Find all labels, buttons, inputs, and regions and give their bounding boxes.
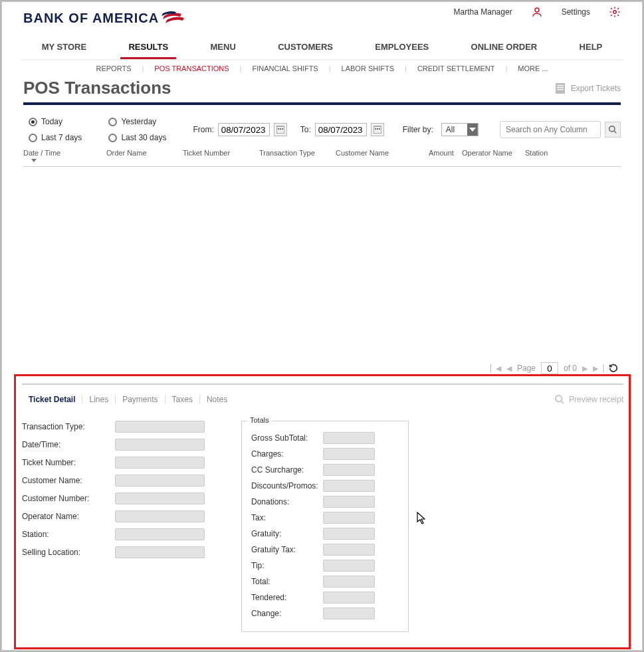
nav-menu[interactable]: MENU bbox=[203, 37, 244, 59]
from-date-input[interactable] bbox=[218, 123, 270, 136]
tab-ticket-detail[interactable]: Ticket Detail bbox=[22, 395, 82, 404]
refresh-icon[interactable] bbox=[609, 364, 618, 373]
col-order-name[interactable]: Order Name bbox=[106, 149, 183, 162]
totals-value bbox=[323, 432, 375, 444]
tab-taxes[interactable]: Taxes bbox=[165, 395, 200, 404]
svg-point-15 bbox=[556, 395, 562, 401]
svg-rect-6 bbox=[276, 126, 284, 134]
gear-icon[interactable] bbox=[609, 6, 621, 18]
totals-label: Tax: bbox=[251, 513, 323, 522]
from-label: From: bbox=[193, 125, 213, 134]
totals-value bbox=[323, 464, 375, 476]
field-row: Customer Number: bbox=[22, 492, 221, 504]
totals-box: Totals Gross SubTotal:Charges:CC Surchar… bbox=[241, 421, 409, 632]
calendar-icon bbox=[374, 126, 381, 134]
to-label: To: bbox=[300, 125, 311, 134]
col-operator-name[interactable]: Operator Name bbox=[462, 149, 525, 162]
nav-secondary: REPORTS|POS TRANSACTIONS|FINANCIAL SHIFT… bbox=[2, 60, 642, 75]
svg-rect-11 bbox=[375, 128, 376, 130]
to-date-input[interactable] bbox=[315, 123, 367, 136]
totals-label: Tendered: bbox=[251, 593, 323, 602]
col-customer-name[interactable]: Customer Name bbox=[336, 149, 429, 162]
field-label: Operator Name: bbox=[22, 512, 115, 521]
totals-row: Tendered: bbox=[251, 592, 399, 603]
chevron-down-icon bbox=[469, 128, 476, 132]
field-label: Selling Location: bbox=[22, 548, 115, 557]
pager-prev-icon[interactable]: ◀ bbox=[506, 364, 512, 373]
settings-link[interactable]: Settings bbox=[562, 7, 590, 17]
field-row: Station: bbox=[22, 528, 221, 540]
nav-customers[interactable]: CUSTOMERS bbox=[270, 37, 341, 59]
pager-page-input[interactable] bbox=[541, 362, 558, 374]
totals-label: Gratuity Tax: bbox=[251, 545, 323, 554]
export-tickets-button[interactable]: Export Tickets bbox=[555, 82, 621, 94]
tab-lines[interactable]: Lines bbox=[82, 395, 116, 404]
col-transaction-type[interactable]: Transaction Type bbox=[259, 149, 336, 162]
nav-primary: MY STORERESULTSMENUCUSTOMERSEMPLOYEESONL… bbox=[21, 37, 623, 60]
subnav-financial-shifts[interactable]: FINANCIAL SHIFTS bbox=[252, 64, 318, 72]
filter-value: All bbox=[446, 125, 455, 134]
totals-row: Gratuity Tax: bbox=[251, 544, 399, 556]
col-ticket-number[interactable]: Ticket Number bbox=[183, 149, 259, 162]
col-station[interactable]: Station bbox=[525, 149, 565, 162]
field-value bbox=[115, 457, 205, 469]
radio-icon bbox=[108, 118, 117, 126]
totals-row: Discounts/Promos: bbox=[251, 480, 399, 492]
preview-receipt-button[interactable]: Preview receipt bbox=[554, 394, 623, 405]
radio-yesterday[interactable]: Yesterday bbox=[108, 117, 166, 126]
totals-value bbox=[323, 592, 375, 603]
nav-employees[interactable]: EMPLOYEES bbox=[367, 37, 437, 59]
totals-value bbox=[323, 512, 375, 524]
subnav-credit-settlement[interactable]: CREDIT SETTLEMENT bbox=[417, 64, 495, 72]
nav-help[interactable]: HELP bbox=[572, 37, 611, 59]
search-icon bbox=[554, 394, 565, 405]
pager-last-icon[interactable]: ▶▕ bbox=[593, 364, 603, 373]
radio-last7[interactable]: Last 7 days bbox=[29, 133, 82, 142]
field-row: Date/Time: bbox=[22, 439, 221, 451]
totals-value bbox=[323, 448, 375, 460]
subnav-reports[interactable]: REPORTS bbox=[96, 64, 132, 72]
subnav-pos-transactions[interactable]: POS TRANSACTIONS bbox=[154, 64, 229, 72]
totals-label: Gross SubTotal: bbox=[251, 433, 323, 443]
field-label: Station: bbox=[22, 530, 115, 539]
tab-payments[interactable]: Payments bbox=[116, 395, 165, 404]
pager-first-icon[interactable]: ▏◀ bbox=[490, 364, 501, 373]
totals-value bbox=[323, 528, 375, 540]
field-row: Transaction Type: bbox=[22, 421, 221, 433]
tab-notes[interactable]: Notes bbox=[200, 395, 234, 404]
totals-label: Gratuity: bbox=[251, 529, 323, 538]
subnav-labor-shifts[interactable]: LABOR SHIFTS bbox=[342, 64, 394, 72]
search-input[interactable] bbox=[500, 121, 601, 138]
col-amount[interactable]: Amount bbox=[429, 149, 462, 162]
field-row: Customer Name: bbox=[22, 475, 221, 487]
table-header: Date / TimeOrder NameTicket NumberTransa… bbox=[23, 149, 621, 167]
field-value bbox=[115, 421, 205, 433]
subnav-more-[interactable]: MORE ... bbox=[518, 64, 548, 72]
field-label: Customer Number: bbox=[22, 494, 115, 503]
pager-next-icon[interactable]: ▶ bbox=[582, 364, 588, 373]
totals-label: CC Surcharge: bbox=[251, 465, 323, 475]
totals-label: Tip: bbox=[251, 561, 323, 570]
totals-row: Tax: bbox=[251, 512, 399, 524]
filter-select[interactable]: All bbox=[441, 123, 479, 136]
radio-today[interactable]: Today bbox=[29, 117, 82, 126]
brand-logo: BANK OF AMERICA bbox=[23, 10, 189, 26]
field-label: Date/Time: bbox=[22, 440, 115, 449]
pager: ▏◀ ◀ Page of 0 ▶ ▶▕ bbox=[490, 362, 618, 374]
current-user: Martha Manager bbox=[454, 7, 512, 17]
totals-row: Total: bbox=[251, 576, 399, 588]
export-icon bbox=[555, 82, 566, 94]
field-value bbox=[115, 439, 205, 451]
filter-by-label: Filter by: bbox=[403, 125, 433, 134]
nav-online-order[interactable]: ONLINE ORDER bbox=[463, 37, 546, 59]
export-label: Export Tickets bbox=[571, 84, 621, 93]
nav-my-store[interactable]: MY STORE bbox=[34, 37, 94, 59]
from-calendar-button[interactable] bbox=[274, 123, 287, 136]
radio-last30[interactable]: Last 30 days bbox=[108, 133, 166, 142]
radio-icon bbox=[29, 118, 37, 126]
field-label: Customer Name: bbox=[22, 476, 115, 485]
search-button[interactable] bbox=[605, 122, 621, 138]
col-date-time[interactable]: Date / Time bbox=[23, 149, 106, 162]
to-calendar-button[interactable] bbox=[371, 123, 384, 136]
nav-results[interactable]: RESULTS bbox=[120, 37, 176, 59]
